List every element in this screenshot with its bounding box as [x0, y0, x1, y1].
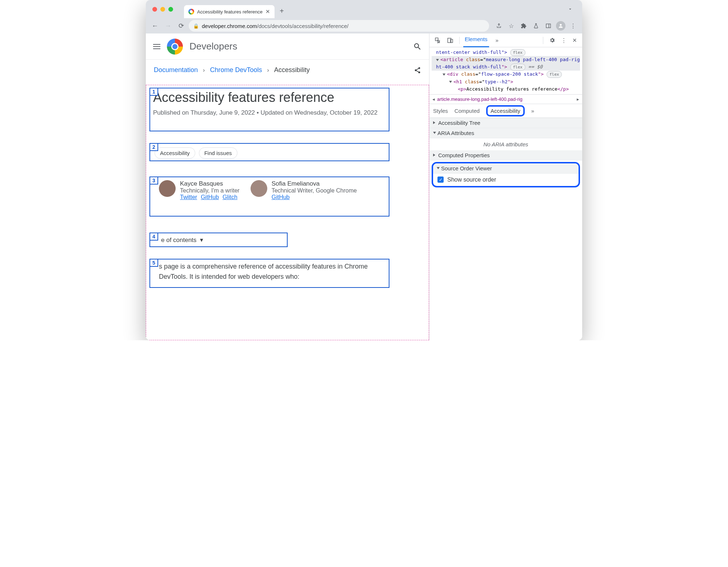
- more-subtabs-icon[interactable]: »: [531, 107, 534, 115]
- source-order-number: 3: [149, 177, 158, 185]
- close-devtools-icon[interactable]: ✕: [570, 36, 579, 45]
- minimize-window-button[interactable]: [160, 7, 165, 12]
- source-order-box-5: 5 s page is a comprehensive reference of…: [149, 259, 389, 288]
- svg-rect-0: [546, 24, 551, 28]
- avatar-icon: [251, 180, 267, 197]
- source-order-box-3: 3 Kayce Basques Technically, I'm a write…: [149, 177, 389, 217]
- more-tabs-icon[interactable]: »: [493, 36, 501, 45]
- dom-tree[interactable]: ntent-center width-full"> flex <article …: [429, 47, 582, 94]
- extensions-icon[interactable]: [518, 20, 529, 31]
- chip[interactable]: Accessibility: [155, 147, 195, 159]
- subtab-styles[interactable]: Styles: [433, 107, 448, 115]
- profile-button[interactable]: [555, 20, 566, 31]
- source-order-box-2: 2 Accessibility Find issues: [149, 143, 389, 161]
- omnibox[interactable]: 🔒 developer.chrome.com/docs/devtools/acc…: [189, 20, 489, 32]
- bookmark-icon[interactable]: ☆: [506, 20, 517, 31]
- site-brand: Developers: [189, 41, 237, 52]
- side-panel-icon[interactable]: [543, 20, 554, 31]
- reload-button[interactable]: ⟳: [176, 20, 187, 31]
- close-window-button[interactable]: [152, 7, 157, 12]
- hamburger-menu-icon[interactable]: [153, 44, 160, 49]
- kebab-menu-icon[interactable]: ⋮: [568, 20, 579, 31]
- tabs-dropdown-icon[interactable]: [565, 4, 576, 15]
- author-role: Technical Writer, Google Chrome: [272, 187, 357, 194]
- author-name: Kayce Basques: [180, 180, 240, 187]
- search-icon[interactable]: [413, 42, 422, 51]
- author-link[interactable]: GitHub: [201, 194, 219, 201]
- triangle-right-icon: [433, 121, 437, 124]
- pane-computed-properties[interactable]: Computed Properties: [429, 150, 582, 160]
- show-source-order-row[interactable]: ✓ Show source order: [433, 174, 579, 186]
- author-card: Sofia Emelianova Technical Writer, Googl…: [251, 180, 357, 201]
- source-order-box-1: 1 Accessibility features reference Publi…: [149, 88, 389, 131]
- tab-title: Accessibility features reference: [197, 9, 263, 15]
- browser-tab-active[interactable]: Accessibility features reference ✕: [184, 5, 275, 18]
- window-titlebar: Accessibility features reference ✕ +: [146, 0, 582, 18]
- author-link[interactable]: Glitch: [223, 194, 237, 201]
- lock-icon: 🔒: [193, 23, 199, 29]
- avatar-icon: [159, 180, 176, 197]
- intro-paragraph: s page is a comprehensive reference of a…: [150, 259, 389, 282]
- source-order-viewer-highlight: Source Order Viewer ✓ Show source order: [432, 162, 580, 187]
- breadcrumb-item[interactable]: Documentation: [154, 66, 198, 74]
- triangle-right-icon: [433, 154, 437, 156]
- devtools-tab-elements[interactable]: Elements: [463, 34, 489, 47]
- devtools-toolbar: Elements » ⋮ ✕: [429, 33, 582, 47]
- back-button[interactable]: ←: [149, 20, 160, 31]
- checkbox-checked-icon[interactable]: ✓: [437, 177, 444, 183]
- devtools-subtabs: Styles Computed Accessibility »: [429, 104, 582, 118]
- triangle-down-icon: [433, 132, 436, 134]
- dom-crumb-text: article.measure-long.pad-left-400.pad-ri…: [437, 96, 575, 102]
- site-header: Developers: [146, 33, 429, 60]
- browser-tabs: Accessibility features reference ✕ +: [184, 0, 284, 18]
- new-tab-button[interactable]: +: [280, 7, 284, 15]
- inspect-element-icon[interactable]: [432, 36, 443, 45]
- dom-breadcrumb[interactable]: ◂ article.measure-long.pad-left-400.pad-…: [429, 94, 582, 104]
- devtools-panel: Elements » ⋮ ✕ ntent-center width-full">…: [429, 33, 582, 340]
- source-order-number: 4: [149, 233, 158, 241]
- breadcrumb-item-current: Accessibility: [274, 66, 310, 74]
- author-link[interactable]: Twitter: [180, 194, 197, 201]
- show-source-order-label: Show source order: [447, 177, 496, 183]
- breadcrumb-item[interactable]: Chrome DevTools: [210, 66, 262, 74]
- forward-button[interactable]: →: [163, 20, 173, 31]
- source-order-number: 1: [149, 88, 158, 96]
- source-order-number: 5: [149, 259, 158, 267]
- pane-aria-attributes[interactable]: ARIA Attributes: [429, 128, 582, 138]
- page-content: Developers Documentation › Chrome DevToo…: [146, 33, 429, 340]
- page-meta: Published on Thursday, June 9, 2022 • Up…: [153, 108, 386, 118]
- author-name: Sofia Emelianova: [272, 180, 357, 187]
- share-icon[interactable]: [493, 20, 504, 31]
- url-path: /docs/devtools/accessibility/reference/: [257, 23, 349, 29]
- device-toolbar-icon[interactable]: [445, 36, 456, 45]
- traffic-lights: [152, 7, 173, 12]
- address-bar: ← → ⟳ 🔒 developer.chrome.com/docs/devtoo…: [146, 18, 582, 33]
- source-order-number: 2: [149, 143, 158, 151]
- share-page-icon[interactable]: [414, 67, 421, 74]
- breadcrumb: Documentation › Chrome DevTools › Access…: [146, 60, 429, 80]
- avatar-icon: [556, 21, 565, 31]
- subtab-accessibility[interactable]: Accessibility: [486, 105, 525, 116]
- kebab-menu-icon[interactable]: ⋮: [559, 36, 569, 45]
- chrome-logo-icon: [167, 39, 183, 55]
- pane-accessibility-tree[interactable]: Accessibility Tree: [429, 118, 582, 128]
- close-tab-icon[interactable]: ✕: [265, 8, 270, 15]
- toc-toggle[interactable]: e of contents ▾: [150, 233, 287, 244]
- triangle-down-icon: [437, 167, 440, 169]
- aria-empty-message: No ARIA attributes: [429, 138, 582, 150]
- chevron-right-icon: ›: [267, 67, 269, 74]
- chevron-right-icon[interactable]: ▸: [577, 96, 579, 102]
- url-host: developer.chrome.com: [202, 23, 257, 29]
- labs-icon[interactable]: [531, 20, 541, 31]
- source-order-box-4: 4 e of contents ▾: [149, 233, 288, 247]
- gear-icon[interactable]: [547, 36, 557, 45]
- chevron-right-icon: ›: [203, 67, 205, 74]
- author-link[interactable]: GitHub: [272, 194, 290, 201]
- pane-source-order-viewer[interactable]: Source Order Viewer: [433, 163, 579, 174]
- maximize-window-button[interactable]: [168, 7, 173, 12]
- page-title: Accessibility features reference: [153, 90, 386, 105]
- chevron-left-icon[interactable]: ◂: [432, 96, 435, 102]
- chip[interactable]: Find issues: [199, 147, 237, 159]
- subtab-computed[interactable]: Computed: [455, 107, 480, 115]
- author-role: Technically, I'm a writer: [180, 187, 240, 194]
